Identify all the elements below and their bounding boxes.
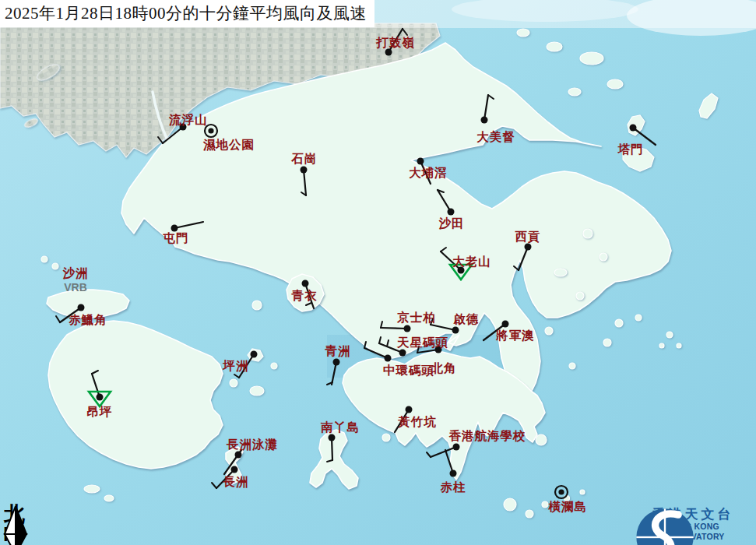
station-label: 沙田 (439, 216, 465, 232)
station-label: 赤柱 (441, 480, 466, 496)
station-label: 香港航海學校 (449, 428, 526, 445)
station-label: 坪洲 (223, 358, 249, 374)
map-title: 2025年1月28日18時00分的十分鐘平均風向及風速 (0, 0, 374, 27)
station-label: 啟德 (454, 311, 480, 328)
station-labels-layer: 打鼓嶺流浮山濕地公園石崗屯門大美督塔門大埔滘沙田西貢大老山沙洲VRB赤鱲角青衣坪… (0, 0, 756, 545)
wind-map: 打鼓嶺流浮山濕地公園石崗屯門大美督塔門大埔滘沙田西貢大老山沙洲VRB赤鱲角青衣坪… (0, 0, 756, 545)
station-note-vrb: VRB (64, 281, 87, 294)
station-label: 北角 (431, 360, 457, 377)
station-label: 將軍澳 (496, 328, 535, 344)
station-label: 大埔滘 (409, 165, 448, 181)
station-label: 青洲 (325, 343, 351, 360)
station-label: 長洲泳灘 (227, 437, 278, 453)
north-arrow-icon (2, 505, 29, 545)
station-label: 赤鱲角 (69, 312, 107, 329)
station-label: 中環碼頭 (383, 363, 434, 379)
station-label: 塔門 (618, 142, 644, 158)
station-label: 大美督 (476, 129, 515, 146)
north-arrow: 北 N (2, 505, 33, 543)
station-label: 石崗 (292, 151, 318, 167)
station-label: 大老山 (452, 254, 491, 270)
station-label: 橫瀾島 (548, 499, 587, 515)
station-label: 昂坪 (87, 404, 113, 420)
station-label: 打鼓嶺 (376, 35, 415, 51)
station-label: 長洲 (223, 474, 249, 490)
station-label: 天星碼頭 (397, 335, 448, 351)
station-label: 流浮山 (169, 112, 208, 128)
station-label: 沙洲 (63, 265, 89, 282)
station-label: 京士柏 (397, 310, 436, 326)
station-label: 南丫島 (321, 420, 360, 436)
station-label: 西貢 (515, 229, 541, 245)
station-label: 青衣 (292, 288, 318, 304)
station-label: 濕地公園 (203, 137, 255, 153)
station-label: 黃竹坑 (398, 414, 437, 431)
station-label: 屯門 (164, 230, 189, 247)
hko-logo: 香港天文台 HONG KONG OBSERVATORY (635, 507, 751, 542)
hko-logo-icon (635, 507, 695, 545)
